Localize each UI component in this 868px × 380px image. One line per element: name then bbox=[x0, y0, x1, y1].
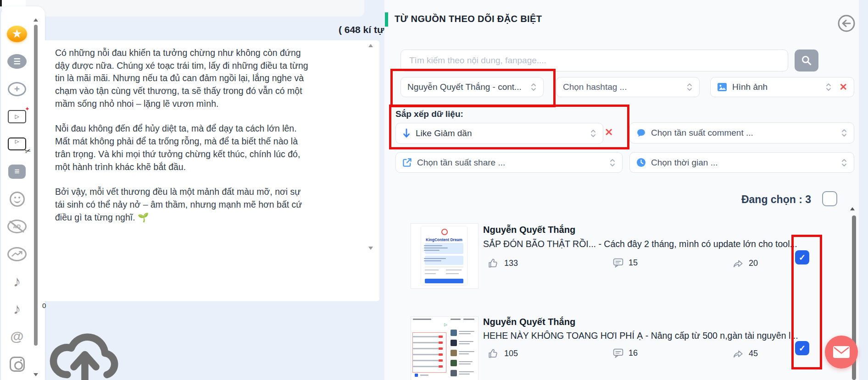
editor-paragraph: Nỗi đau không đến để hủy diệt ta, mà để … bbox=[55, 122, 312, 173]
search-input[interactable] bbox=[401, 50, 788, 72]
sidebar-item-feed-list[interactable]: ☰ bbox=[6, 51, 28, 72]
clear-media-filter-icon[interactable]: ✕ bbox=[839, 82, 847, 93]
chat-support-button[interactable] bbox=[825, 336, 858, 369]
like-count: 105 bbox=[504, 349, 518, 358]
select-all-checkbox[interactable] bbox=[822, 191, 837, 206]
share-arrow-icon bbox=[732, 257, 744, 269]
hashtag-select[interactable]: Chọn hashtag ... bbox=[556, 77, 700, 97]
comment-icon bbox=[612, 257, 624, 269]
chevron-updown-icon bbox=[825, 82, 832, 92]
post-author[interactable]: Nguyễn Quyết Thắng bbox=[483, 225, 575, 235]
media-type-value: Hình ảnh bbox=[732, 82, 768, 92]
sidebar-item-ai-video[interactable]: ▷ ✦ bbox=[6, 106, 28, 127]
doc-glyph: ≡ bbox=[14, 166, 19, 176]
video-scissors-icon: ▷ ✂ bbox=[8, 138, 26, 150]
threads-icon: @ bbox=[10, 329, 23, 344]
envelope-icon bbox=[833, 346, 850, 358]
list-icon: ☰ bbox=[7, 54, 27, 69]
star-glyph: ★ bbox=[12, 28, 22, 40]
top-toolbar-strip bbox=[26, 0, 364, 17]
special-sources-panel: TỪ NGUỒN THEO DÕI ĐẶC BIỆT Nguyễn Quyết … bbox=[384, 0, 868, 380]
panel-scroll-up-icon[interactable] bbox=[850, 207, 855, 210]
sidebar-item-add[interactable]: + bbox=[6, 78, 28, 99]
time-select-placeholder: Chọn thời gian ... bbox=[651, 158, 718, 168]
comment-frequency-placeholder: Chọn tần suất comment ... bbox=[651, 128, 753, 138]
editor-paragraph: Bởi vậy, mỗi vết thương đều là một mảnh … bbox=[55, 186, 312, 224]
sidebar-item-video-cut[interactable]: ▷ ✂ bbox=[6, 133, 28, 154]
editor-scroll-up-icon[interactable] bbox=[368, 44, 373, 47]
sidebar-item-tiktok-1[interactable]: ♪ bbox=[6, 271, 28, 292]
sidebar-scroll-up-icon[interactable] bbox=[33, 18, 38, 22]
search-bar bbox=[401, 50, 788, 72]
post-checkbox-checked[interactable]: ✓ bbox=[795, 250, 809, 264]
media-type-select[interactable]: Hình ảnh ✕ bbox=[710, 77, 854, 97]
sidebar-scrollbar[interactable] bbox=[34, 25, 38, 346]
time-select[interactable]: Chọn thời gian ... bbox=[629, 152, 854, 173]
search-icon bbox=[801, 55, 812, 66]
sort-select[interactable]: Like Giảm dần bbox=[395, 123, 603, 144]
document-icon: ≡ bbox=[8, 165, 26, 179]
clear-sort-icon[interactable]: ✕ bbox=[605, 127, 613, 138]
thumbs-up-icon bbox=[488, 257, 500, 269]
post-excerpt: HEHE NÀY KHÔNG TOANG HƠI PHÍ Ạ - Nâng cấ… bbox=[483, 330, 798, 341]
sidebar-item-instagram[interactable] bbox=[6, 353, 28, 374]
source-select[interactable]: Nguyễn Quyết Thắng - cont... bbox=[401, 77, 544, 97]
app-window: ★ ☰ + ▷ ✦ ▷ ✂ ≡ AD bbox=[0, 0, 868, 380]
panel-right-margin bbox=[859, 0, 868, 380]
back-button[interactable] bbox=[837, 14, 856, 33]
chevron-updown-icon bbox=[530, 82, 537, 92]
content-editor[interactable]: Có những nỗi đau khiến ta tưởng chừng nh… bbox=[42, 40, 379, 301]
thumbs-up-icon bbox=[488, 347, 500, 359]
cloud-upload-icon[interactable] bbox=[46, 316, 124, 380]
post-thumbnail[interactable]: KingContent Dream bbox=[411, 223, 479, 289]
sidebar-item-favorites[interactable]: ★ bbox=[6, 23, 28, 44]
post-excerpt: SẮP ĐÓN BÃO THẬT RỒI... - Cách đây 2 thá… bbox=[483, 239, 797, 249]
comment-frequency-select[interactable]: Chọn tần suất comment ... bbox=[629, 122, 854, 143]
editor-scroll-down-icon[interactable] bbox=[368, 247, 373, 250]
scissors-glyph: ✂ bbox=[23, 146, 32, 156]
share-frequency-select[interactable]: Chọn tần suất share ... bbox=[395, 152, 623, 173]
smiley-icon bbox=[10, 192, 25, 207]
editor-footer-count: 0 bbox=[42, 302, 46, 309]
share-count: 45 bbox=[749, 349, 758, 358]
plus-glyph: + bbox=[14, 83, 20, 94]
search-button[interactable] bbox=[795, 50, 818, 72]
share-stat: 20 bbox=[732, 257, 758, 269]
sidebar-item-articles[interactable]: ≡ bbox=[6, 161, 28, 182]
post-thumbnail[interactable]: ▷ bbox=[411, 316, 479, 380]
thumbnail-brand-label: KingContent Dream bbox=[421, 237, 467, 242]
title-accent-bar bbox=[385, 12, 388, 27]
sidebar-item-no-ads[interactable]: AD bbox=[6, 216, 28, 237]
clock-icon bbox=[636, 158, 646, 167]
sidebar-item-trending[interactable] bbox=[6, 243, 28, 264]
left-sidebar: ★ ☰ + ▷ ✦ ▷ ✂ ≡ AD bbox=[1, 6, 45, 380]
post-author[interactable]: Nguyễn Quyết Thắng bbox=[483, 317, 575, 327]
comment-bubble-icon bbox=[636, 128, 646, 138]
editor-paragraph: Có những nỗi đau khiến ta tưởng chừng nh… bbox=[55, 47, 312, 110]
sidebar-item-tiktok-2[interactable]: ♪ bbox=[6, 298, 28, 319]
hashtag-select-placeholder: Chọn hashtag ... bbox=[563, 82, 627, 92]
like-stat: 133 bbox=[488, 257, 518, 269]
thumbnail-mock-card: KingContent Dream bbox=[421, 226, 467, 285]
tiktok-icon: ♪ bbox=[13, 300, 21, 318]
sort-descending-icon bbox=[402, 128, 411, 138]
ad-block-icon: AD bbox=[7, 220, 27, 233]
selection-count-label: Đang chọn : 3 bbox=[706, 193, 811, 206]
sidebar-scroll-down-icon[interactable] bbox=[33, 373, 38, 376]
sidebar-item-threads[interactable]: @ bbox=[6, 326, 28, 347]
comment-count: 15 bbox=[629, 258, 638, 268]
share-count: 20 bbox=[749, 259, 758, 268]
play-glyph: ▷ bbox=[15, 138, 19, 144]
image-icon bbox=[717, 83, 727, 92]
trend-icon bbox=[7, 247, 27, 261]
comment-stat: 16 bbox=[612, 347, 638, 359]
chevron-updown-icon bbox=[590, 128, 596, 138]
video-sparkle-icon: ▷ ✦ bbox=[8, 110, 26, 123]
play-glyph: ▷ bbox=[444, 322, 447, 327]
editor-text[interactable]: Có những nỗi đau khiến ta tưởng chừng nh… bbox=[55, 47, 312, 236]
comment-count: 16 bbox=[629, 348, 638, 358]
play-glyph: ▷ bbox=[15, 113, 19, 120]
chevron-updown-icon bbox=[841, 128, 847, 138]
sidebar-item-emoji[interactable] bbox=[6, 188, 28, 209]
post-checkbox-checked[interactable]: ✓ bbox=[795, 341, 809, 355]
